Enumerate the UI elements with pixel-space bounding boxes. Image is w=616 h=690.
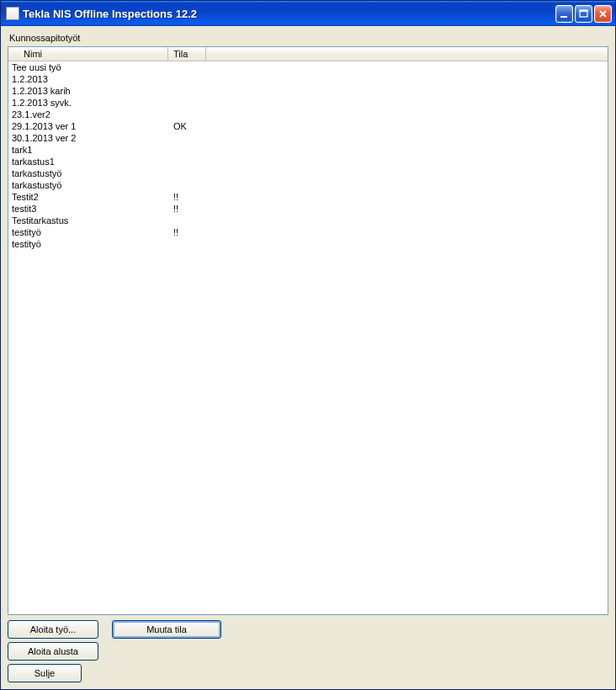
minimize-icon <box>559 8 570 19</box>
close-button[interactable] <box>594 5 612 23</box>
app-window: Tekla NIS Offline Inspections 12.2 Kunno… <box>0 0 616 690</box>
svg-rect-0 <box>560 16 567 18</box>
list-item-name: 1.2.2013 karih <box>8 86 168 96</box>
list-item-name: tarkastustyö <box>8 168 168 178</box>
list-item[interactable]: 1.2.2013 syvk. <box>8 97 608 109</box>
close-app-button[interactable]: Sulje <box>8 664 82 682</box>
list-item[interactable]: Testitarkastus <box>8 215 608 226</box>
svg-rect-2 <box>580 10 587 12</box>
list-item[interactable]: 23.1.ver2 <box>8 109 608 120</box>
window-controls <box>555 5 612 23</box>
section-label: Kunnossapitotyöt <box>8 29 608 46</box>
list-item-state: !! <box>168 204 206 214</box>
list-item[interactable]: tarkastus1 <box>8 156 608 167</box>
titlebar[interactable]: Tekla NIS Offline Inspections 12.2 <box>1 1 615 26</box>
list-item-name: testit3 <box>8 204 168 214</box>
list-item[interactable]: 1.2.2013 karih <box>8 85 608 97</box>
list-item-name: Tee uusi työ <box>8 62 168 72</box>
listview-body[interactable]: Tee uusi työ1.2.20131.2.2013 karih1.2.20… <box>8 61 608 614</box>
list-item-name: 23.1.ver2 <box>8 109 168 119</box>
list-item[interactable]: 30.1.2013 ver 2 <box>8 132 608 144</box>
list-item[interactable]: tarkastustyö <box>8 167 608 179</box>
list-item[interactable]: 1.2.2013 <box>8 73 608 85</box>
column-header-spacer <box>206 47 608 61</box>
minimize-button[interactable] <box>555 5 573 23</box>
list-item-name: tark1 <box>8 145 168 155</box>
client-area: Kunnossapitotyöt Nimi Tila Tee uusi työ1… <box>1 26 615 689</box>
list-item[interactable]: testityö!! <box>8 226 608 238</box>
button-panel: Aloita työ... Muuta tila Aloita alusta S… <box>8 620 608 682</box>
list-item-name: 29.1.2013 ver 1 <box>8 121 168 131</box>
maximize-icon <box>578 8 589 19</box>
list-item-state: !! <box>168 192 206 202</box>
list-item-name: 30.1.2013 ver 2 <box>8 133 168 143</box>
list-item[interactable]: 29.1.2013 ver 1OK <box>8 120 608 132</box>
list-item-name: 1.2.2013 <box>8 74 168 84</box>
list-item[interactable]: testit3!! <box>8 203 608 215</box>
change-state-button[interactable]: Muuta tila <box>112 620 221 639</box>
column-header-tila[interactable]: Tila <box>168 47 206 61</box>
start-job-button[interactable]: Aloita työ... <box>8 620 98 639</box>
list-item-name: testityö <box>8 227 168 237</box>
list-item-name: 1.2.2013 syvk. <box>8 98 168 108</box>
app-icon <box>6 7 19 20</box>
button-row-2: Aloita alusta <box>8 642 98 661</box>
close-icon <box>597 8 608 19</box>
list-item-name: Testit2 <box>8 192 168 202</box>
list-item[interactable]: tarkastustyö <box>8 179 608 191</box>
list-item-name: testityö <box>8 239 168 249</box>
window-title: Tekla NIS Offline Inspections 12.2 <box>23 8 555 20</box>
list-item[interactable]: tark1 <box>8 144 608 156</box>
job-listview: Nimi Tila Tee uusi työ1.2.20131.2.2013 k… <box>8 46 608 615</box>
list-item-state: OK <box>168 121 206 131</box>
list-item-name: tarkastus1 <box>8 157 168 167</box>
column-header-nimi[interactable]: Nimi <box>8 47 168 61</box>
list-item-name: tarkastustyö <box>8 180 168 190</box>
list-item[interactable]: testityö <box>8 238 608 250</box>
listview-header: Nimi Tila <box>8 47 608 61</box>
button-row-1: Aloita työ... Muuta tila <box>8 620 221 639</box>
list-item[interactable]: Tee uusi työ <box>8 61 608 73</box>
restart-button[interactable]: Aloita alusta <box>8 642 98 661</box>
maximize-button[interactable] <box>575 5 592 23</box>
list-item[interactable]: Testit2!! <box>8 191 608 203</box>
button-row-3: Sulje <box>8 664 82 682</box>
list-item-name: Testitarkastus <box>8 215 168 226</box>
list-item-state: !! <box>168 227 206 237</box>
